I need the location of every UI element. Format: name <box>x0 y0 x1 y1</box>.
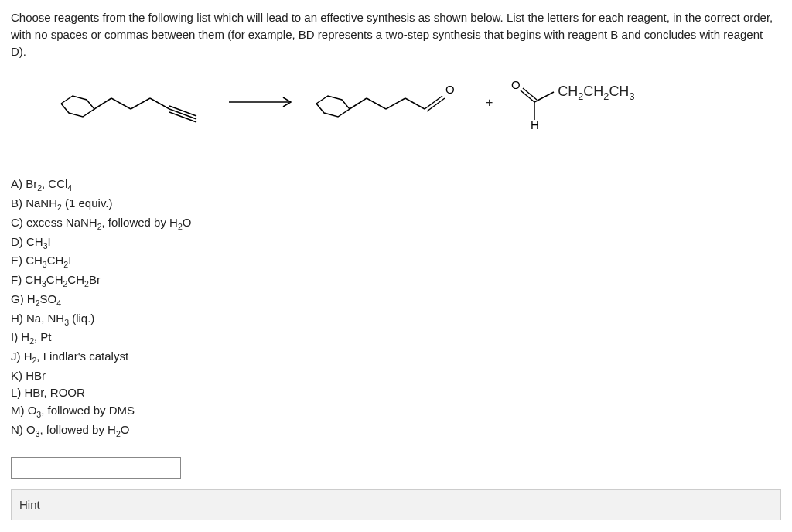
svg-line-18 <box>534 92 554 102</box>
reagent-option: F) CH3CH2CH2Br <box>11 271 781 291</box>
starting-material-structure <box>57 77 212 128</box>
svg-line-1 <box>111 98 131 109</box>
svg-text:H: H <box>531 118 539 129</box>
svg-line-3 <box>150 98 169 109</box>
reagent-option: D) CH3I <box>11 234 781 253</box>
reagent-option: L) HBr, ROOR <box>11 384 781 402</box>
reagent-option: A) Br2, CCl4 <box>11 176 781 195</box>
plus-sign: + <box>486 94 493 111</box>
product2-formula: CH2CH2CH3 <box>558 84 634 101</box>
hint-button[interactable]: Hint <box>11 489 781 520</box>
svg-line-10 <box>386 98 405 109</box>
svg-line-11 <box>405 98 425 109</box>
reaction-arrow-icon <box>227 94 297 110</box>
svg-text:O: O <box>511 78 521 91</box>
svg-line-2 <box>131 98 150 109</box>
svg-text:O: O <box>446 83 455 96</box>
svg-line-9 <box>367 98 386 109</box>
reagent-option: J) H2, Lindlar's catalyst <box>11 348 781 367</box>
product2-structure: O H CH2CH2CH3 <box>511 75 634 129</box>
reagent-option: I) H2, Pt <box>11 329 781 348</box>
reagent-option: K) HBr <box>11 367 781 385</box>
reagent-option: B) NaNH2 (1 equiv.) <box>11 195 781 214</box>
svg-line-8 <box>350 98 367 109</box>
reagent-option: E) CH3CH2I <box>11 252 781 271</box>
reagent-option: M) O3, followed by DMS <box>11 402 781 421</box>
reagent-option: G) H2SO4 <box>11 291 781 310</box>
reagent-option: H) Na, NH3 (liq.) <box>11 310 781 329</box>
answer-input[interactable] <box>11 457 181 479</box>
question-instructions: Choose reagents from the following list … <box>11 9 781 60</box>
reagent-list: A) Br2, CCl4B) NaNH2 (1 equiv.)C) excess… <box>11 176 781 440</box>
reagent-option: C) excess NaNH2, followed by H2O <box>11 214 781 234</box>
product1-structure: O <box>312 77 467 128</box>
svg-line-0 <box>94 98 111 109</box>
reagent-option: N) O3, followed by H2O <box>11 421 781 441</box>
reaction-scheme: O + O H CH2CH2CH3 <box>57 75 781 129</box>
